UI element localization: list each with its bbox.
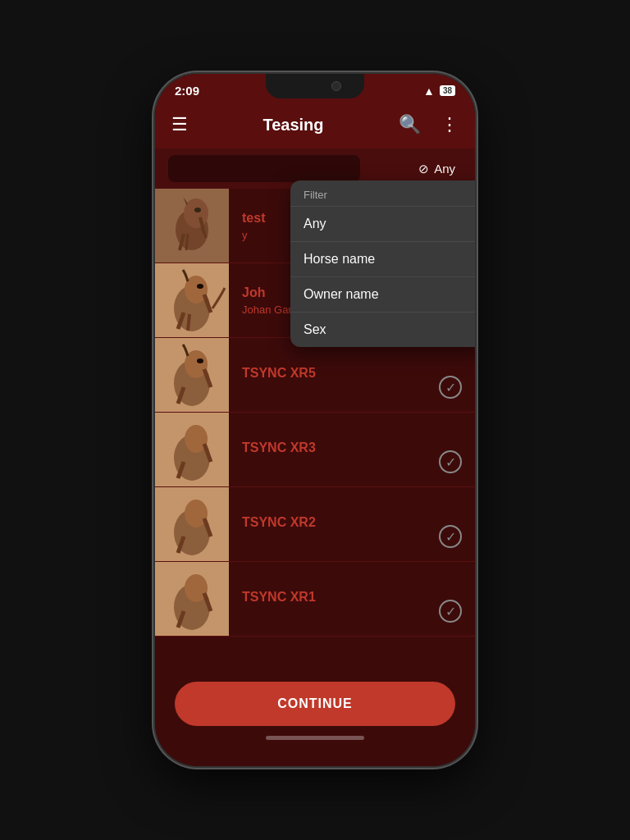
- item-name: TSYNC XR5: [242, 366, 462, 381]
- check-icon: ✓: [439, 450, 462, 473]
- filter-button[interactable]: ⊘ Any: [412, 158, 462, 180]
- top-nav: ☰ Teasing 🔍 ⋮: [155, 104, 475, 148]
- list-item[interactable]: TSYNC XR1 ✓: [155, 562, 475, 637]
- continue-btn-container: CONTINUE: [155, 669, 475, 766]
- phone-frame: 2:09 ▲ 38 ☰ Teasing 🔍 ⋮ 🔍 ⊘ Any: [155, 74, 475, 766]
- filter-option-sex[interactable]: Sex: [290, 312, 475, 347]
- status-time: 2:09: [175, 84, 199, 98]
- horse-thumbnail: [155, 189, 229, 262]
- item-content: TSYNC XR3: [229, 413, 475, 486]
- menu-icon[interactable]: ☰: [168, 111, 191, 139]
- filter-option-any[interactable]: Any: [290, 206, 475, 241]
- filter-option-horse-name[interactable]: Horse name: [290, 241, 475, 276]
- home-indicator: [266, 736, 364, 740]
- horse-thumbnail: [155, 487, 229, 561]
- screen: 2:09 ▲ 38 ☰ Teasing 🔍 ⋮ 🔍 ⊘ Any: [155, 74, 475, 766]
- svg-point-19: [197, 358, 203, 363]
- svg-line-15: [188, 314, 189, 331]
- filter-dropdown: Filter Any Horse name Owner name Sex: [290, 180, 475, 347]
- item-content: TSYNC XR5: [229, 338, 475, 412]
- page-title: Teasing: [262, 116, 323, 135]
- list-item[interactable]: TSYNC XR2 ✓: [155, 487, 475, 562]
- item-name: TSYNC XR1: [242, 590, 462, 605]
- item-name: TSYNC XR3: [242, 441, 462, 455]
- horse-thumbnail: [155, 338, 229, 412]
- camera: [331, 81, 341, 91]
- item-content: TSYNC XR2: [229, 487, 475, 561]
- status-icons: ▲ 38: [423, 84, 455, 98]
- filter-icon: ⊘: [418, 162, 429, 176]
- nav-right: 🔍 ⋮: [395, 111, 462, 139]
- horse-thumbnail: [155, 263, 229, 337]
- list-item[interactable]: TSYNC XR3 ✓: [155, 413, 475, 487]
- search-input[interactable]: [168, 155, 360, 182]
- item-name: TSYNC XR2: [242, 515, 462, 530]
- dropdown-header: Filter: [290, 180, 475, 206]
- horse-thumbnail: [155, 562, 229, 636]
- wifi-icon: ▲: [423, 84, 435, 98]
- item-content: TSYNC XR1: [229, 562, 475, 636]
- battery-indicator: 38: [440, 85, 455, 96]
- filter-label: Any: [434, 162, 455, 176]
- continue-button[interactable]: CONTINUE: [175, 682, 455, 726]
- check-icon: ✓: [439, 525, 462, 548]
- search-icon[interactable]: 🔍: [395, 111, 424, 139]
- notch: [266, 74, 364, 98]
- check-icon: ✓: [439, 376, 462, 399]
- list-item[interactable]: TSYNC XR5 ✓: [155, 338, 475, 413]
- more-icon[interactable]: ⋮: [437, 111, 462, 139]
- filter-option-owner-name[interactable]: Owner name: [290, 276, 475, 312]
- search-wrapper: 🔍: [168, 155, 405, 182]
- check-icon: ✓: [439, 600, 462, 623]
- svg-point-12: [197, 284, 203, 289]
- horse-thumbnail: [155, 413, 229, 486]
- svg-rect-8: [155, 189, 229, 262]
